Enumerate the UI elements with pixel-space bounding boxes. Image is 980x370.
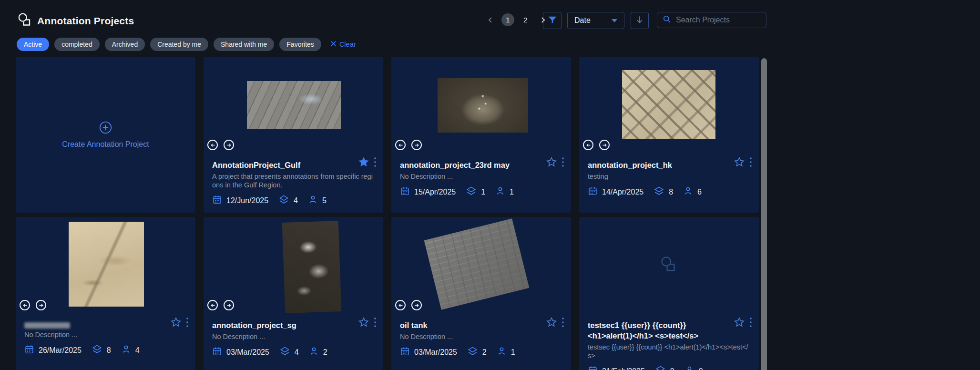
filter-chip-completed[interactable]: completed — [54, 38, 100, 51]
carousel-next-button[interactable] — [224, 300, 234, 310]
project-date: 21/Feb/2025 — [602, 367, 645, 370]
search-box[interactable] — [657, 12, 766, 28]
filter-button[interactable] — [543, 12, 561, 29]
carousel-next-button[interactable] — [224, 140, 234, 150]
project-title: AnnotationProject_Gulf — [212, 160, 355, 170]
layers-icon — [467, 346, 478, 359]
plus-circle-icon — [99, 121, 112, 136]
kebab-menu-icon — [374, 157, 377, 169]
project-card[interactable]: oil tank No Description ... 03/Mar/2025 … — [391, 217, 571, 370]
sort-dropdown[interactable]: Date — [567, 12, 624, 29]
overflow-menu-button[interactable] — [558, 317, 568, 329]
carousel-prev-button[interactable] — [207, 140, 218, 150]
close-x-icon — [330, 41, 337, 48]
overflow-menu-button[interactable] — [558, 157, 568, 168]
project-description: No Description ... — [24, 330, 187, 339]
star-outline-icon — [358, 317, 369, 329]
carousel-prev-button[interactable] — [20, 300, 30, 310]
favorite-star-button[interactable] — [545, 156, 558, 169]
carousel-prev-button[interactable] — [583, 140, 593, 150]
project-meta-row: 14/Apr/2025 8 6 — [588, 185, 750, 198]
favorite-star-button[interactable] — [733, 156, 745, 169]
pagination: 1 2 — [484, 13, 549, 26]
kebab-menu-icon — [749, 317, 752, 329]
project-thumbnail — [247, 81, 341, 129]
project-card[interactable]: annotation_project_sg No Description ...… — [204, 217, 383, 370]
overflow-menu-button[interactable] — [745, 157, 756, 168]
carousel-prev-button[interactable] — [207, 300, 218, 310]
project-date: 14/Apr/2025 — [602, 188, 643, 196]
filter-chip-favorites[interactable]: Favorites — [279, 38, 321, 51]
carousel-next-button[interactable] — [36, 300, 46, 310]
project-thumbnail — [622, 70, 715, 139]
chevron-down-icon — [612, 19, 617, 22]
project-card-content: annotation_project_hk testing 14/Apr/202… — [588, 160, 750, 198]
favorite-star-button[interactable] — [733, 317, 745, 329]
pagination-page-1[interactable]: 1 — [501, 13, 514, 26]
project-title-redacted — [24, 322, 70, 329]
star-outline-icon — [734, 317, 745, 329]
filter-chip-archived[interactable]: Archived — [105, 38, 145, 51]
filter-chip-active[interactable]: Active — [17, 38, 49, 51]
filter-chip-bar: Active completed Archived Created by me … — [17, 38, 356, 51]
calendar-icon — [212, 346, 222, 358]
kebab-menu-icon — [561, 157, 564, 169]
project-title: oil tank — [400, 320, 543, 330]
pagination-page-2[interactable]: 2 — [519, 13, 532, 26]
star-outline-icon — [546, 317, 557, 329]
favorite-star-button[interactable] — [545, 317, 558, 329]
project-description: testing — [588, 172, 750, 181]
image-placeholder-icon — [659, 255, 679, 277]
kebab-menu-icon — [749, 157, 752, 169]
carousel-prev-button[interactable] — [395, 140, 406, 150]
clear-filters-button[interactable]: Clear — [330, 41, 356, 48]
carousel-next-button[interactable] — [599, 140, 610, 150]
overflow-menu-button[interactable] — [745, 317, 756, 329]
create-project-button[interactable]: Create Annotation Project — [16, 57, 195, 213]
members-icon — [683, 186, 693, 198]
overflow-menu-button[interactable] — [182, 317, 193, 329]
project-card-content: testsec1 {{user}} {{count}} <h1>alert(1)… — [588, 320, 750, 370]
create-project-label: Create Annotation Project — [62, 140, 149, 149]
search-icon — [662, 14, 672, 26]
filter-chip-created-by-me[interactable]: Created by me — [150, 38, 208, 51]
favorite-star-button[interactable] — [170, 317, 182, 329]
project-meta-row: 15/Apr/2025 1 1 — [400, 185, 562, 198]
project-card[interactable]: No Description ... 26/Mar/2025 8 4 — [16, 217, 195, 370]
overflow-menu-button[interactable] — [370, 317, 380, 329]
calendar-icon — [588, 186, 598, 198]
project-layer-count: 8 — [107, 346, 111, 355]
project-member-count: 1 — [510, 188, 514, 196]
members-icon — [309, 346, 319, 358]
layers-icon — [279, 346, 290, 359]
annotation-projects-page: { "header": { "title": "Annotation Proje… — [0, 0, 980, 370]
project-thumbnail — [438, 78, 528, 133]
project-card[interactable]: annotation_project_23rd may No Descripti… — [391, 57, 571, 213]
members-icon — [684, 365, 694, 370]
calendar-icon — [400, 346, 410, 358]
layers-icon — [653, 185, 664, 198]
project-card[interactable]: testsec1 {{user}} {{count}} <h1>alert(1)… — [579, 217, 759, 370]
favorite-star-button[interactable] — [357, 156, 370, 169]
clear-filters-label: Clear — [339, 41, 356, 48]
project-title: testsec1 {{user}} {{count}} <h1>alert(1)… — [588, 320, 731, 341]
project-layer-count: 4 — [295, 348, 299, 357]
favorite-star-button[interactable] — [357, 317, 370, 329]
carousel-next-button[interactable] — [411, 300, 422, 310]
star-filled-icon — [358, 156, 369, 169]
download-button[interactable] — [631, 12, 649, 29]
search-input[interactable] — [676, 16, 757, 24]
members-icon — [495, 186, 505, 198]
project-meta-row: 03/Mar/2025 2 1 — [400, 346, 562, 359]
overflow-menu-button[interactable] — [370, 157, 380, 168]
create-project-card[interactable]: Create Annotation Project — [16, 57, 195, 213]
project-card[interactable]: annotation_project_hk testing 14/Apr/202… — [579, 57, 759, 213]
filter-chip-shared-with-me[interactable]: Shared with me — [214, 38, 274, 51]
carousel-next-button[interactable] — [411, 140, 422, 150]
vertical-scrollbar[interactable] — [761, 58, 767, 370]
project-card[interactable]: AnnotationProject_Gulf A project that pr… — [204, 57, 383, 213]
pagination-prev-icon[interactable] — [484, 14, 497, 26]
sort-dropdown-value: Date — [574, 16, 591, 25]
carousel-prev-button[interactable] — [395, 300, 406, 310]
project-member-count: 5 — [322, 196, 327, 205]
